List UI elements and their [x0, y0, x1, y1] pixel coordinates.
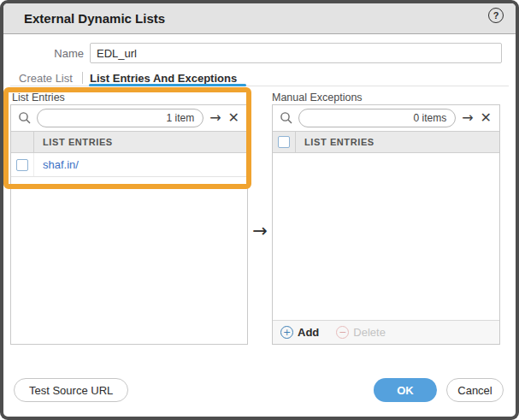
- dialog-titlebar: External Dynamic Lists: [3, 3, 516, 34]
- entry-link[interactable]: shaf.in/: [43, 158, 79, 171]
- search-icon: [280, 111, 293, 125]
- add-plus-icon: +: [280, 326, 293, 339]
- tab-separator: [82, 72, 83, 84]
- search-submit-arrow-icon[interactable]: →: [209, 111, 221, 125]
- active-tab-underline: [89, 84, 246, 86]
- manual-exceptions-panel: 0 items → ✕ LIST ENTRIES + Add − Delete: [272, 104, 500, 345]
- list-entries-table-header: LIST ENTRIES: [11, 131, 247, 153]
- search-clear-icon[interactable]: ✕: [480, 111, 492, 125]
- manual-exceptions-panel-title: Manual Exceptions: [272, 92, 363, 104]
- test-source-url-button[interactable]: Test Source URL: [14, 378, 128, 402]
- list-entries-panel-title: List Entries: [12, 92, 65, 104]
- list-entries-empty-area: [11, 177, 247, 344]
- ok-button[interactable]: OK: [374, 378, 437, 402]
- delete-button[interactable]: − Delete: [336, 326, 386, 339]
- manual-exceptions-search-input[interactable]: 0 items: [298, 109, 456, 127]
- external-dynamic-lists-dialog: External Dynamic Lists ? Name Create Lis…: [0, 0, 519, 420]
- tab-create-list[interactable]: Create List: [19, 72, 73, 85]
- manual-exceptions-search-row: 0 items → ✕: [273, 105, 499, 131]
- list-entries-column-header: LIST ENTRIES: [34, 132, 113, 152]
- search-icon: [18, 111, 32, 125]
- list-entries-search-input[interactable]: 1 item: [37, 109, 203, 127]
- manual-exceptions-footer: + Add − Delete: [273, 320, 499, 344]
- manual-exceptions-item-count: 0 items: [414, 112, 447, 124]
- table-row[interactable]: shaf.in/: [11, 153, 247, 177]
- cancel-button[interactable]: Cancel: [446, 378, 504, 402]
- manual-exceptions-table-header: LIST ENTRIES: [273, 131, 499, 153]
- header-checkbox-cell: [11, 132, 34, 152]
- list-entries-item-count: 1 item: [167, 112, 195, 124]
- manual-exceptions-column-header: LIST ENTRIES: [296, 132, 375, 152]
- help-icon[interactable]: ?: [488, 8, 504, 23]
- search-clear-icon[interactable]: ✕: [227, 111, 240, 125]
- list-entries-search-row: 1 item → ✕: [11, 105, 247, 131]
- search-submit-arrow-icon[interactable]: →: [461, 111, 474, 125]
- list-entries-panel: 1 item → ✕ LIST ENTRIES shaf.in/: [10, 104, 248, 345]
- dialog-title: External Dynamic Lists: [24, 11, 165, 26]
- row-checkbox-cell: [11, 153, 34, 176]
- name-input[interactable]: [90, 43, 502, 63]
- transfer-to-exceptions-arrow-icon[interactable]: →: [250, 219, 270, 243]
- tabs-divider-line: [10, 86, 509, 86]
- select-all-checkbox[interactable]: [278, 136, 290, 148]
- header-checkbox-cell: [273, 132, 296, 152]
- row-entry-cell: shaf.in/: [34, 153, 79, 176]
- delete-minus-icon: −: [336, 326, 349, 339]
- manual-exceptions-empty-area: [273, 153, 499, 320]
- row-checkbox[interactable]: [16, 159, 28, 171]
- tab-list-entries-and-exceptions[interactable]: List Entries And Exceptions: [90, 72, 237, 85]
- name-label: Name: [34, 47, 84, 60]
- add-button-label: Add: [298, 326, 319, 339]
- delete-button-label: Delete: [353, 326, 386, 339]
- add-button[interactable]: + Add: [280, 326, 319, 339]
